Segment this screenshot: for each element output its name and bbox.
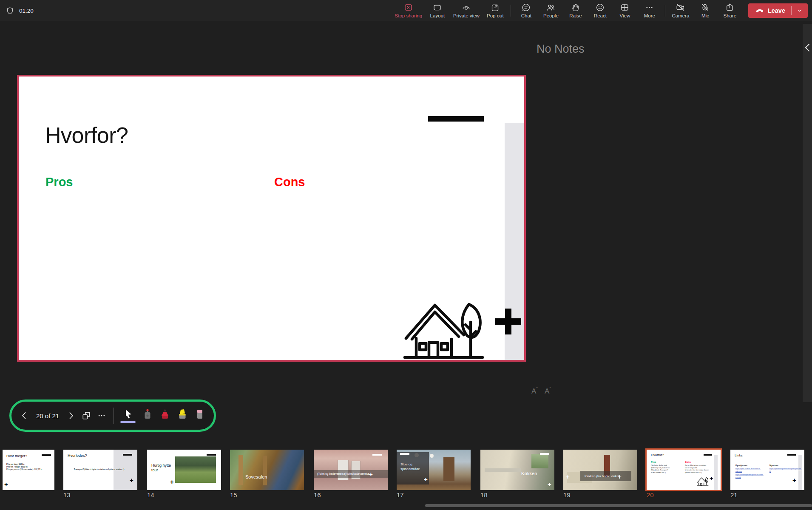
more-button[interactable]: More — [637, 0, 662, 21]
plus-decoration — [495, 309, 521, 334]
laser-pointer-tool[interactable] — [142, 408, 153, 423]
thumbnail-number: 16 — [314, 491, 321, 499]
thumbnail-slide-19[interactable]: Køkken (fra bedre vinkel) + + — [563, 450, 637, 490]
people-button[interactable]: People — [539, 0, 563, 21]
share-icon — [725, 3, 734, 12]
presenter-divider — [114, 408, 114, 424]
toolbar-actions: Stop sharing Layout Private view Pop out… — [392, 0, 808, 21]
thumbnail-number: 17 — [397, 491, 404, 499]
cabin-photo — [175, 456, 216, 483]
layout-button[interactable]: Layout — [425, 0, 450, 21]
toolbar-divider — [511, 5, 511, 17]
cursor-pointer-icon — [122, 408, 133, 419]
plus-decoration: + — [4, 482, 8, 487]
collapsed-panel-strip — [803, 24, 812, 402]
plus-decoration: + — [369, 472, 373, 477]
thumbnail-slide-15[interactable]: Sovesalen — [230, 450, 304, 490]
active-tool-underline — [120, 421, 136, 423]
thumbnail-number: 15 — [230, 491, 237, 499]
mic-off-icon — [701, 3, 710, 12]
chevron-down-icon — [797, 8, 803, 14]
thumbnail-number: 19 — [563, 491, 571, 499]
raise-hand-icon — [571, 3, 580, 12]
bunk-post — [263, 456, 267, 485]
grid-view-icon — [82, 411, 91, 420]
plus-decoration: + — [170, 479, 174, 484]
lamp — [430, 454, 434, 458]
pros-heading: Pros — [45, 175, 73, 189]
thumbnail-slide-13[interactable]: Hvorledes? Transport? (biler -> hytte ->… — [63, 450, 137, 490]
slide-title: Hvorfor? — [45, 122, 128, 148]
mini-house-icon — [697, 476, 709, 486]
font-decrease-button[interactable]: Aˇ — [545, 387, 551, 396]
next-slide-button[interactable] — [67, 411, 75, 420]
meeting-toolbar: 01:20 Stop sharing Layout Private view P… — [0, 0, 812, 21]
red-pen-icon — [159, 408, 170, 419]
toolbar-divider — [665, 5, 665, 17]
laser-pointer-icon — [142, 408, 153, 419]
kitchen-photo-2 — [563, 450, 637, 490]
timer-text: 01:20 — [19, 8, 34, 14]
expand-panel-chevron-icon[interactable] — [804, 43, 810, 52]
thumbnail-slide-20-current[interactable]: Hvorfor? Pros Flot hytte, dejligt sted (… — [647, 450, 721, 490]
thumbnail-slide-17[interactable]: Stue og spiseområde + — [397, 450, 471, 490]
plus-decoration: + — [130, 478, 133, 483]
plus-decoration: + — [566, 474, 570, 479]
camera-off-icon — [676, 3, 685, 12]
thumbnail-number: 18 — [480, 491, 488, 499]
thumbnail-slide-21[interactable]: Links Kyrstjernen https://hytte.kfumdu.d… — [730, 450, 804, 490]
eraser-tool[interactable] — [194, 408, 205, 423]
view-icon — [620, 3, 629, 12]
stop-sharing-button[interactable]: Stop sharing — [392, 0, 425, 21]
yellow-highlighter-icon — [177, 408, 188, 419]
highlighter-tool[interactable] — [177, 408, 188, 423]
thumbnail-slide-18[interactable]: Køkken + — [480, 450, 554, 490]
camera-button[interactable]: Camera — [668, 0, 693, 21]
chat-button[interactable]: Chat — [514, 0, 539, 21]
mini-dash — [540, 453, 549, 455]
mic-button[interactable]: Mic — [693, 0, 718, 21]
leave-button[interactable]: Leave — [748, 3, 808, 18]
mini-dash — [787, 454, 796, 456]
shield-icon — [6, 6, 14, 15]
private-view-button[interactable]: Private view — [450, 0, 483, 21]
caption-band: Køkken (fra bedre vinkel) — [580, 471, 631, 481]
presenter-toolbar: 20 of 21 — [9, 400, 216, 432]
view-button[interactable]: View — [613, 0, 637, 21]
mini-gray-strip — [798, 455, 802, 490]
react-button[interactable]: React — [588, 0, 613, 21]
font-increase-button[interactable]: Aˆ — [531, 387, 538, 396]
presenter-more-button[interactable] — [97, 411, 106, 420]
filmstrip-scrollbar[interactable] — [425, 504, 812, 507]
cons-heading: Cons — [274, 175, 305, 189]
mini-dash — [42, 454, 51, 456]
pointer-tool-selected[interactable] — [120, 408, 136, 423]
mini-gray-strip — [714, 455, 718, 490]
pen-tool[interactable] — [159, 408, 170, 423]
notes-empty-text: No Notes — [537, 42, 585, 56]
thumbnail-slide-14[interactable]: Hurtig hytte tour + — [147, 450, 221, 490]
raise-hand-button[interactable]: Raise — [563, 0, 588, 21]
plus-decoration: + — [792, 478, 796, 483]
caption-band: (Toilet og badeværelse)/toilet/badeværel… — [314, 470, 388, 478]
pop-out-icon — [491, 3, 500, 12]
leave-options-chevron[interactable] — [792, 8, 808, 14]
window-greenery — [531, 454, 548, 468]
notes-font-controls: Aˆ Aˇ — [531, 387, 551, 396]
leave-main[interactable]: Leave — [748, 6, 791, 15]
chevron-left-icon — [20, 411, 28, 420]
previous-slide-button[interactable] — [20, 411, 28, 420]
pop-out-button[interactable]: Pop out — [483, 0, 508, 21]
react-icon — [596, 3, 605, 12]
plus-decoration: + — [548, 482, 551, 487]
thumbnail-slide-12[interactable]: Hvor meget? Pris per dag: 990 kr. Pris f… — [3, 450, 54, 490]
slide-dash-decoration — [428, 116, 484, 122]
thumbnail-number: 13 — [63, 491, 71, 499]
share-button[interactable]: Share — [718, 0, 742, 21]
mini-dash — [400, 453, 409, 455]
slide-grid-button[interactable] — [82, 411, 91, 420]
eraser-icon — [194, 408, 205, 419]
thumbnail-number-current: 20 — [647, 491, 654, 499]
thumbnail-number: 21 — [730, 491, 738, 499]
thumbnail-slide-16[interactable]: (Toilet og badeværelse)/toilet/badeværel… — [314, 450, 388, 490]
